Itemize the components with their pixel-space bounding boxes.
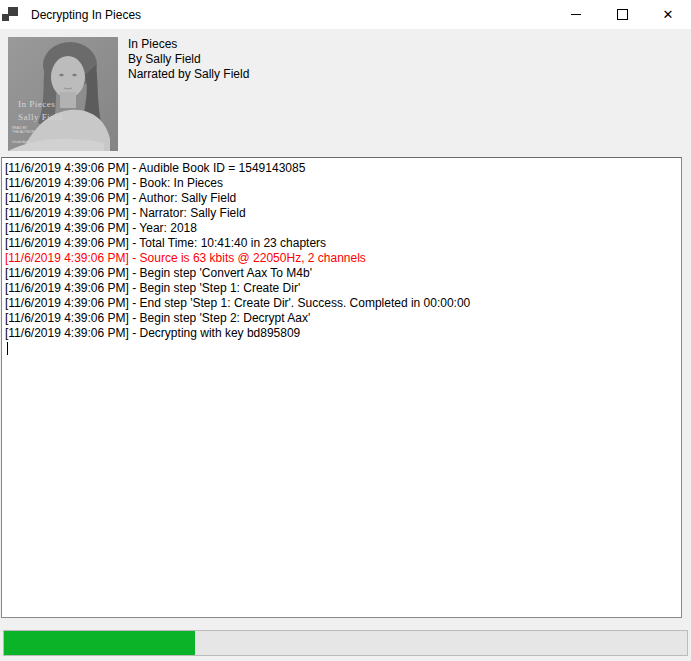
log-line: [11/6/2019 4:39:06 PM] - Audible Book ID… [5, 161, 678, 176]
log-line: [11/6/2019 4:39:06 PM] - Source is 63 kb… [5, 251, 678, 266]
progress-bar [3, 630, 688, 656]
book-title: In Pieces [128, 37, 249, 52]
titlebar[interactable]: Decrypting In Pieces ✕ [0, 0, 691, 29]
cover-badge-line3: Unabridged [12, 140, 30, 144]
log-line: [11/6/2019 4:39:06 PM] - Total Time: 10:… [5, 236, 678, 251]
log-textbox[interactable]: [11/6/2019 4:39:06 PM] - Audible Book ID… [1, 157, 682, 618]
close-icon: ✕ [663, 8, 674, 21]
log-line: [11/6/2019 4:39:06 PM] - Year: 2018 [5, 221, 678, 236]
cover-portrait-face [51, 56, 85, 98]
log-line: [11/6/2019 4:39:06 PM] - Begin step 'Ste… [5, 311, 678, 326]
book-info: In Pieces By Sally Field Narrated by Sal… [128, 37, 249, 82]
log-line: [11/6/2019 4:39:06 PM] - Author: Sally F… [5, 191, 678, 206]
minimize-button[interactable] [553, 0, 599, 29]
cover-author-text: Sally Field [18, 112, 63, 122]
log-line: [11/6/2019 4:39:06 PM] - End step 'Step … [5, 296, 678, 311]
text-caret [7, 342, 8, 355]
log-line: [11/6/2019 4:39:06 PM] - Book: In Pieces [5, 176, 678, 191]
cover-title-text: In Pieces [18, 99, 55, 109]
minimize-icon [571, 14, 581, 15]
log-line: [11/6/2019 4:39:06 PM] - Begin step 'Con… [5, 266, 678, 281]
window-controls: ✕ [553, 0, 691, 29]
log-line: [11/6/2019 4:39:06 PM] - Decrypting with… [5, 326, 678, 341]
progress-fill [4, 631, 195, 655]
app-window: Decrypting In Pieces ✕ [0, 0, 691, 661]
book-author: By Sally Field [128, 52, 249, 67]
cover-badge-line2: THE AUTHOR [12, 130, 35, 134]
close-button[interactable]: ✕ [645, 0, 691, 29]
maximize-icon [617, 9, 628, 20]
maximize-button[interactable] [599, 0, 645, 29]
book-cover-image: In Pieces Sally Field READ BY THE AUTHOR… [8, 37, 118, 151]
window-title: Decrypting In Pieces [31, 8, 141, 22]
log-lines: [11/6/2019 4:39:06 PM] - Audible Book ID… [5, 161, 678, 341]
log-line: [11/6/2019 4:39:06 PM] - Begin step 'Ste… [5, 281, 678, 296]
app-icon [2, 6, 19, 23]
log-line: [11/6/2019 4:39:06 PM] - Narrator: Sally… [5, 206, 678, 221]
book-narrator: Narrated by Sally Field [128, 67, 249, 82]
